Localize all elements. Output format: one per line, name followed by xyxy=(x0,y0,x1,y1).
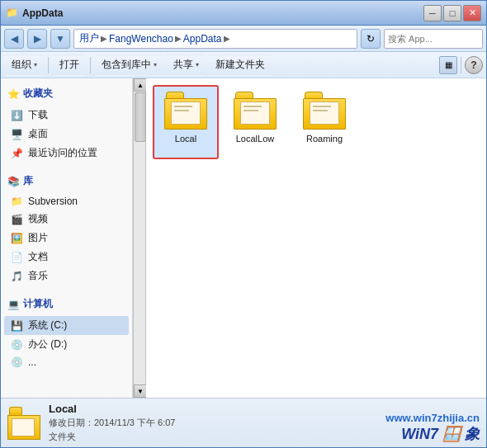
library-header: 📚 库 xyxy=(4,172,129,190)
breadcrumb-sep-3: ▶ xyxy=(224,34,230,43)
docs-label: 文档 xyxy=(28,250,48,264)
sidebar-item-images[interactable]: 🖼️ 图片 xyxy=(4,229,129,248)
down-button[interactable]: ▼ xyxy=(50,29,70,49)
library-label: 库 xyxy=(23,174,33,188)
favorites-label: 收藏夹 xyxy=(23,87,53,101)
sidebar-item-desktop[interactable]: 🖥️ 桌面 xyxy=(4,125,129,144)
search-box: 🔍 xyxy=(384,29,483,49)
local-label: Local xyxy=(175,133,196,144)
desktop-label: 桌面 xyxy=(28,127,48,141)
sidebar-item-music[interactable]: 🎵 音乐 xyxy=(4,266,129,285)
scroll-down-button[interactable]: ▼ xyxy=(134,384,147,398)
help-button[interactable]: ? xyxy=(465,56,483,74)
sidebar-item-video[interactable]: 🎬 视频 xyxy=(4,210,129,229)
maximize-button[interactable]: □ xyxy=(443,5,461,21)
status-modified-value: 2014/11/3 下午 6:07 xyxy=(94,417,175,427)
locallow-label: LocalLow xyxy=(236,133,274,144)
watermark-url: www.win7zhijia.cn xyxy=(385,412,480,424)
new-folder-label: 新建文件夹 xyxy=(215,58,265,72)
view-button[interactable]: ▦ xyxy=(439,56,457,74)
toolbar-divider-1 xyxy=(48,57,49,73)
scroll-thumb[interactable] xyxy=(135,92,146,142)
organize-arrow: ▾ xyxy=(34,61,37,68)
open-button[interactable]: 打开 xyxy=(52,54,87,76)
recent-label: 最近访问的位置 xyxy=(28,146,97,160)
c-drive-icon: 💾 xyxy=(11,320,23,332)
minimize-button[interactable]: ─ xyxy=(423,5,442,21)
sidebar: ⭐ 收藏夹 ⬇️ 下载 🖥️ 桌面 📌 最近访问的位置 xyxy=(1,78,133,398)
scroll-track xyxy=(134,92,145,384)
close-button[interactable]: ✕ xyxy=(463,5,481,21)
new-folder-button[interactable]: 新建文件夹 xyxy=(208,54,272,76)
more-drive-icon: 💿 xyxy=(11,356,23,368)
computer-label: 计算机 xyxy=(23,297,53,311)
organize-button[interactable]: 组织 ▾ xyxy=(4,54,45,76)
watermark-logo: WiN7 🪟 象 xyxy=(385,424,480,444)
status-filename: Local xyxy=(49,403,175,415)
share-button[interactable]: 共享 ▾ xyxy=(166,54,206,76)
address-bar: ◀ ▶ ▼ 用户 ▶ FangWenchao ▶ AppData ▶ ↻ 🔍 xyxy=(1,26,486,52)
share-arrow: ▾ xyxy=(196,61,199,68)
computer-section: 💻 计算机 💾 系统 (C:) 💿 办公 (D:) 💿 ... xyxy=(4,295,129,370)
status-type: 文件夹 xyxy=(49,431,175,443)
video-label: 视频 xyxy=(28,212,48,226)
file-item-roaming[interactable]: Roaming xyxy=(291,85,357,159)
watermark: www.win7zhijia.cn WiN7 🪟 象 xyxy=(385,412,480,444)
open-label: 打开 xyxy=(59,58,79,72)
status-modified: 修改日期：2014/11/3 下午 6:07 xyxy=(49,417,175,429)
include-library-arrow: ▾ xyxy=(154,61,157,68)
video-icon: 🎬 xyxy=(11,214,23,225)
d-drive-label: 办公 (D:) xyxy=(28,337,67,351)
status-text: Local 修改日期：2014/11/3 下午 6:07 文件夹 xyxy=(49,403,175,443)
music-icon: 🎵 xyxy=(11,271,23,282)
organize-label: 组织 xyxy=(12,58,31,72)
sidebar-scrollbar[interactable]: ▲ ▼ xyxy=(133,78,146,398)
downloads-label: 下载 xyxy=(28,108,48,122)
breadcrumb-sep-1: ▶ xyxy=(101,34,107,43)
computer-header: 💻 计算机 xyxy=(4,295,129,313)
breadcrumb-users[interactable]: 用户 xyxy=(79,31,99,45)
favorites-header: ⭐ 收藏夹 xyxy=(4,85,129,102)
include-library-label: 包含到库中 xyxy=(102,58,151,72)
file-item-local[interactable]: Local xyxy=(153,85,219,159)
file-area: Local LocalLow Roaming xyxy=(146,78,486,398)
subversion-icon: 📁 xyxy=(11,196,23,207)
toolbar-divider-3 xyxy=(461,57,461,73)
sidebar-item-c-drive[interactable]: 💾 系统 (C:) xyxy=(4,316,129,335)
title-bar-left: 📁 AppData xyxy=(6,7,63,20)
win-label: WiN7 xyxy=(401,426,438,442)
roaming-label: Roaming xyxy=(306,133,343,144)
docs-icon: 📄 xyxy=(11,252,23,263)
refresh-button[interactable]: ↻ xyxy=(361,29,381,49)
d-drive-icon: 💿 xyxy=(11,339,23,351)
file-item-locallow[interactable]: LocalLow xyxy=(222,85,288,159)
share-label: 共享 xyxy=(173,58,193,72)
sidebar-item-more-drives[interactable]: 💿 ... xyxy=(4,354,129,370)
sidebar-item-downloads[interactable]: ⬇️ 下载 xyxy=(4,106,129,125)
roaming-folder-icon xyxy=(303,92,346,130)
sidebar-item-recent[interactable]: 📌 最近访问的位置 xyxy=(4,144,129,163)
win-icon: 🪟 xyxy=(442,426,461,442)
breadcrumb-sep-2: ▶ xyxy=(175,34,182,43)
status-modified-label: 修改日期： xyxy=(49,417,94,427)
desktop-icon: 🖥️ xyxy=(11,129,23,140)
star-icon: ⭐ xyxy=(7,88,20,100)
breadcrumb-fangwenchao[interactable]: FangWenchao xyxy=(109,33,173,45)
c-drive-label: 系统 (C:) xyxy=(28,318,67,332)
scroll-up-button[interactable]: ▲ xyxy=(134,78,147,92)
search-input[interactable] xyxy=(388,34,487,44)
include-library-button[interactable]: 包含到库中 ▾ xyxy=(94,54,164,76)
sidebar-item-docs[interactable]: 📄 文档 xyxy=(4,248,129,266)
title-bar: 📁 AppData ─ □ ✕ xyxy=(1,1,486,26)
breadcrumb-bar: 用户 ▶ FangWenchao ▶ AppData ▶ xyxy=(73,29,357,49)
more-drive-label: ... xyxy=(28,356,36,368)
main-area: ⭐ 收藏夹 ⬇️ 下载 🖥️ 桌面 📌 最近访问的位置 xyxy=(1,78,486,398)
sidebar-item-subversion[interactable]: 📁 Subversion xyxy=(4,193,129,210)
breadcrumb-appdata[interactable]: AppData xyxy=(183,33,222,45)
forward-button[interactable]: ▶ xyxy=(27,29,47,49)
locallow-folder-icon xyxy=(234,92,277,130)
toolbar: 组织 ▾ 打开 包含到库中 ▾ 共享 ▾ 新建文件夹 ▦ ? xyxy=(1,52,486,78)
favorites-section: ⭐ 收藏夹 ⬇️ 下载 🖥️ 桌面 📌 最近访问的位置 xyxy=(4,85,129,163)
sidebar-item-d-drive[interactable]: 💿 办公 (D:) xyxy=(4,335,129,354)
back-button[interactable]: ◀ xyxy=(4,29,24,49)
